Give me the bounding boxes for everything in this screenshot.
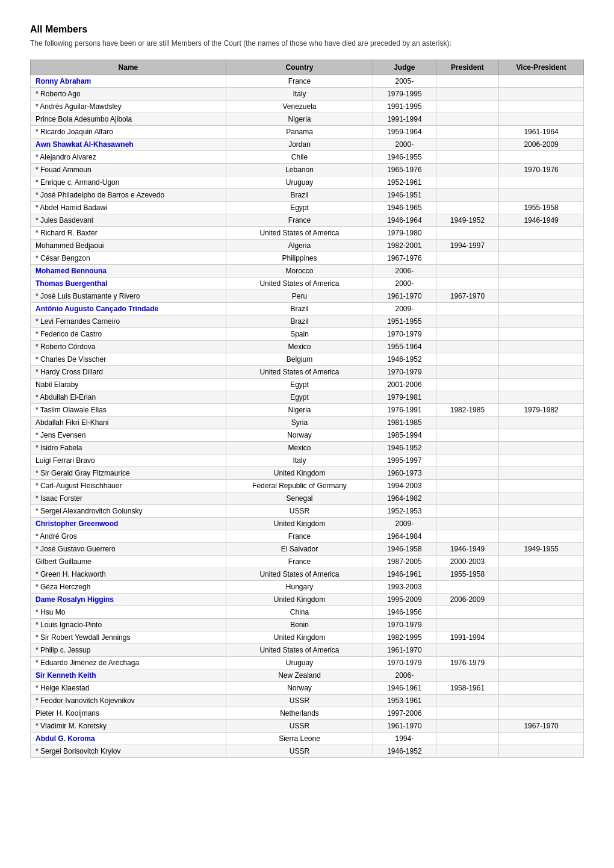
member-country: USSR bbox=[226, 719, 373, 732]
member-president-years bbox=[436, 719, 499, 732]
member-judge-years: 1994- bbox=[373, 732, 436, 745]
member-judge-years: 1946-1964 bbox=[373, 214, 436, 226]
member-president-years bbox=[436, 745, 499, 757]
member-country: Uruguay bbox=[226, 656, 373, 669]
member-name: * Abdullah El-Erian bbox=[31, 391, 226, 403]
member-vp-years bbox=[499, 631, 584, 643]
member-vp-years bbox=[499, 517, 584, 530]
member-country: USSR bbox=[226, 745, 373, 757]
member-vp-years bbox=[499, 429, 584, 441]
member-vp-years: 1949-1955 bbox=[499, 542, 584, 555]
table-row: * Sergei Alexandrovitch GolunskyUSSR1952… bbox=[31, 504, 584, 517]
member-judge-years: 1970-1979 bbox=[373, 327, 436, 340]
member-name: * Géza Herczegh bbox=[31, 580, 226, 593]
member-judge-years: 1946-1961 bbox=[373, 681, 436, 694]
member-name: * Isaac Forster bbox=[31, 492, 226, 504]
subtitle: The following persons have been or are s… bbox=[30, 39, 451, 49]
member-country: Norway bbox=[226, 429, 373, 441]
member-judge-years: 1997-2006 bbox=[373, 707, 436, 719]
member-judge-years: 1995-2009 bbox=[373, 593, 436, 606]
member-president-years bbox=[436, 504, 499, 517]
table-row: Pieter H. KooijmansNetherlands1997-2006 bbox=[31, 707, 584, 719]
table-row: * Jules BasdevantFrance1946-19641949-195… bbox=[31, 214, 584, 226]
member-country: Hungary bbox=[226, 580, 373, 593]
table-row: * Carl-August FleischhauerFederal Republ… bbox=[31, 479, 584, 492]
member-president-years bbox=[436, 378, 499, 391]
member-country: Uruguay bbox=[226, 176, 373, 188]
member-name: * Louis Ignacio-Pinto bbox=[31, 618, 226, 631]
table-row: * César BengzonPhilippines1967-1976 bbox=[31, 252, 584, 264]
member-vp-years bbox=[499, 315, 584, 327]
table-row: Mohamed BennounaMorocco2006- bbox=[31, 264, 584, 277]
member-vp-years bbox=[499, 378, 584, 391]
member-vp-years: 1967-1970 bbox=[499, 719, 584, 732]
table-row: * Géza HerczeghHungary1993-2003 bbox=[31, 580, 584, 593]
member-country: Chile bbox=[226, 150, 373, 163]
member-president-years bbox=[436, 327, 499, 340]
member-country: Lebanon bbox=[226, 163, 373, 176]
member-name: * José Philadelpho de Barros e Azevedo bbox=[31, 188, 226, 201]
member-country: France bbox=[226, 75, 373, 87]
column-header-vice-president: Vice-President bbox=[499, 60, 584, 75]
table-row: Thomas BuergenthalUnited States of Ameri… bbox=[31, 277, 584, 290]
member-vp-years bbox=[499, 277, 584, 290]
member-country: Philippines bbox=[226, 252, 373, 264]
member-name: Prince Bola Adesumbo Ajibola bbox=[31, 113, 226, 125]
member-name: * Andrés Aguilar-Mawdsley bbox=[31, 100, 226, 113]
member-president-years bbox=[436, 530, 499, 542]
member-country: United Kingdom bbox=[226, 631, 373, 643]
member-president-years bbox=[436, 643, 499, 656]
table-row: * Sir Robert Yewdall JenningsUnited King… bbox=[31, 631, 584, 643]
member-name: * Abdel Hamid Badawi bbox=[31, 201, 226, 214]
member-judge-years: 1952-1953 bbox=[373, 504, 436, 517]
table-row: * Hsu MoChina1946-1956 bbox=[31, 606, 584, 618]
member-name: * Charles De Visscher bbox=[31, 353, 226, 365]
table-row: Mohammed BedjaouiAlgeria1982-20011994-19… bbox=[31, 239, 584, 252]
member-name: * Sergei Borisovitch Krylov bbox=[31, 745, 226, 757]
member-judge-years: 1946-1952 bbox=[373, 745, 436, 757]
member-name: Mohamed Bennouna bbox=[31, 264, 226, 277]
member-judge-years: 2009- bbox=[373, 517, 436, 530]
member-judge-years: 2005- bbox=[373, 75, 436, 87]
member-vp-years bbox=[499, 252, 584, 264]
member-judge-years: 1946-1952 bbox=[373, 441, 436, 454]
table-row: * Fouad AmmounLebanon1965-19761970-1976 bbox=[31, 163, 584, 176]
table-row: * Ricardo Joaquin AlfaroPanama1959-19641… bbox=[31, 125, 584, 138]
table-body: Ronny AbrahamFrance2005-* Roberto AgoIta… bbox=[31, 75, 584, 757]
member-country: China bbox=[226, 606, 373, 618]
member-name: * Sergei Alexandrovitch Golunsky bbox=[31, 504, 226, 517]
member-name: * Roberto Córdova bbox=[31, 340, 226, 353]
member-judge-years: 1946-1965 bbox=[373, 201, 436, 214]
member-judge-years: 1979-1995 bbox=[373, 87, 436, 100]
member-vp-years bbox=[499, 467, 584, 479]
member-president-years bbox=[436, 302, 499, 315]
member-judge-years: 2000- bbox=[373, 277, 436, 290]
column-header-judge: Judge bbox=[373, 60, 436, 75]
member-president-years bbox=[436, 441, 499, 454]
member-vp-years bbox=[499, 681, 584, 694]
member-name: * Fouad Ammoun bbox=[31, 163, 226, 176]
member-president-years bbox=[436, 113, 499, 125]
member-name: * Taslim Olawale Elias bbox=[31, 403, 226, 416]
member-vp-years: 1979-1982 bbox=[499, 403, 584, 416]
member-president-years bbox=[436, 150, 499, 163]
member-judge-years: 1993-2003 bbox=[373, 580, 436, 593]
table-row: Ronny AbrahamFrance2005- bbox=[31, 75, 584, 87]
member-name: * Levi Fernandes Carneiro bbox=[31, 315, 226, 327]
member-vp-years bbox=[499, 568, 584, 580]
member-judge-years: 1981-1985 bbox=[373, 416, 436, 429]
member-vp-years bbox=[499, 150, 584, 163]
member-name: Dame Rosalyn Higgins bbox=[31, 593, 226, 606]
member-judge-years: 1976-1991 bbox=[373, 403, 436, 416]
member-judge-years: 2000- bbox=[373, 138, 436, 150]
member-judge-years: 2006- bbox=[373, 264, 436, 277]
member-name: * Jules Basdevant bbox=[31, 214, 226, 226]
member-name: Sir Kenneth Keith bbox=[31, 669, 226, 681]
member-name: * Carl-August Fleischhauer bbox=[31, 479, 226, 492]
member-country: Nigeria bbox=[226, 113, 373, 125]
members-table: NameCountryJudgePresidentVice-President … bbox=[30, 60, 584, 758]
member-vp-years bbox=[499, 479, 584, 492]
member-country: Italy bbox=[226, 454, 373, 467]
table-row: Sir Kenneth KeithNew Zealand2006- bbox=[31, 669, 584, 681]
member-vp-years bbox=[499, 606, 584, 618]
